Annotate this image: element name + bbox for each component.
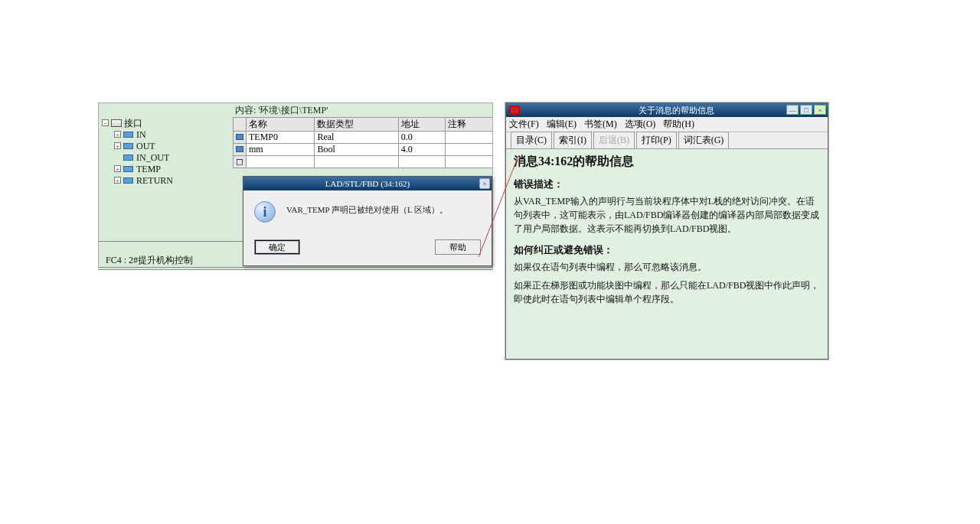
- table-row[interactable]: TEMP0 Real 0.0: [234, 132, 493, 144]
- section-icon: [123, 131, 134, 138]
- table-row-empty[interactable]: ◻: [234, 156, 493, 168]
- col-addr[interactable]: 地址: [398, 118, 446, 132]
- help-sec2-body-b: 如果正在梯形图或功能块图中编程，那么只能在LAD/FBD视图中作此声明，即使此时…: [514, 278, 820, 306]
- dialog-titlebar[interactable]: LAD/STL/FBD (34:162) ×: [243, 177, 492, 190]
- tree-root[interactable]: - 接口: [99, 117, 233, 129]
- tree-item-return[interactable]: + RETURN: [99, 174, 233, 186]
- help-sec1-body: 从VAR_TEMP输入的声明行与当前块程序体中对L栈的绝对访问冲突。在语句列表中…: [514, 194, 820, 236]
- close-button[interactable]: ×: [479, 178, 490, 189]
- fc-block-label: FC4 : 2#提升机构控制: [106, 254, 193, 267]
- cell-addr[interactable]: 4.0: [398, 144, 446, 156]
- tree-root-label: 接口: [124, 117, 142, 129]
- dialog-message: VAR_TEMP 声明已被绝对使用（L 区域）。: [286, 201, 448, 216]
- tab-back: 后退(B): [593, 132, 635, 148]
- expand-icon[interactable]: +: [114, 165, 121, 172]
- content-path-label: 内容: '环境\接口\TEMP': [232, 103, 331, 117]
- help-app-icon: [509, 106, 520, 115]
- tab-index[interactable]: 索引(I): [554, 132, 592, 148]
- help-button[interactable]: 帮助: [435, 239, 481, 255]
- divider: [98, 267, 493, 270]
- section-icon: [123, 142, 134, 150]
- help-sec2-title: 如何纠正或避免错误：: [514, 243, 820, 257]
- row-icon: [236, 146, 243, 152]
- cell-name[interactable]: mm: [247, 144, 315, 156]
- section-icon: [123, 165, 134, 173]
- row-header-blank: [234, 118, 247, 132]
- menu-edit[interactable]: 编辑(E): [547, 118, 577, 131]
- tab-print[interactable]: 打印(P): [636, 132, 677, 148]
- interface-tree[interactable]: - 接口 + IN + OUT IN_OUT + TEMP + RETURN: [99, 117, 233, 255]
- dialog-title-text: LAD/STL/FBD (34:162): [325, 179, 410, 188]
- message-dialog: LAD/STL/FBD (34:162) × i VAR_TEMP 声明已被绝对…: [243, 176, 492, 266]
- help-sec2-body-a: 如果仅在语句列表中编程，那么可忽略该消息。: [514, 260, 820, 274]
- help-titlebar[interactable]: 关于消息的帮助信息 — □ ×: [506, 103, 828, 117]
- variable-table[interactable]: 名称 数据类型 地址 注释 TEMP0 Real 0.0 mm Bool 4.0…: [233, 117, 493, 173]
- tree-item-temp[interactable]: + TEMP: [99, 163, 233, 174]
- minimize-button[interactable]: —: [786, 105, 799, 115]
- tree-item-inout[interactable]: IN_OUT: [99, 151, 233, 163]
- section-icon: [123, 177, 134, 184]
- menu-help[interactable]: 帮助(H): [663, 118, 694, 131]
- ok-button[interactable]: 确定: [254, 239, 300, 255]
- close-icon: ×: [482, 180, 486, 187]
- expand-icon[interactable]: +: [114, 177, 121, 184]
- help-menubar[interactable]: 文件(F) 编辑(E) 书签(M) 选项(O) 帮助(H): [506, 117, 828, 132]
- table-row[interactable]: mm Bool 4.0: [234, 144, 493, 156]
- help-sec1-title: 错误描述：: [514, 177, 820, 191]
- row-icon: [236, 134, 243, 140]
- menu-options[interactable]: 选项(O): [625, 118, 656, 131]
- col-dtype[interactable]: 数据类型: [315, 118, 398, 132]
- section-icon: [123, 154, 134, 161]
- tab-contents[interactable]: 目录(C): [511, 132, 552, 148]
- menu-bookmark[interactable]: 书签(M): [584, 118, 617, 131]
- help-title-text: 关于消息的帮助信息: [524, 105, 828, 116]
- tree-item-out[interactable]: + OUT: [99, 140, 233, 151]
- cell-comment[interactable]: [446, 144, 493, 156]
- collapse-icon[interactable]: -: [102, 119, 109, 126]
- cell-comment[interactable]: [446, 132, 493, 144]
- interface-icon: [111, 119, 122, 127]
- expand-icon[interactable]: +: [114, 131, 121, 138]
- tree-item-in[interactable]: + IN: [99, 129, 233, 140]
- menu-file[interactable]: 文件(F): [509, 118, 539, 131]
- info-icon: i: [254, 201, 276, 223]
- tab-glossary[interactable]: 词汇表(G): [678, 132, 730, 148]
- help-body[interactable]: 消息34:162的帮助信息 错误描述： 从VAR_TEMP输入的声明行与当前块程…: [506, 149, 828, 359]
- col-name[interactable]: 名称: [247, 118, 315, 132]
- col-comment[interactable]: 注释: [446, 118, 493, 132]
- help-window: 关于消息的帮助信息 — □ × 文件(F) 编辑(E) 书签(M) 选项(O) …: [505, 103, 828, 360]
- cell-addr[interactable]: 0.0: [398, 132, 446, 144]
- maximize-button[interactable]: □: [800, 105, 812, 115]
- svg-rect-1: [511, 107, 518, 113]
- help-tabbar[interactable]: 目录(C) 索引(I) 后退(B) 打印(P) 词汇表(G): [506, 132, 828, 149]
- cell-name[interactable]: TEMP0: [247, 132, 315, 144]
- help-heading: 消息34:162的帮助信息: [514, 154, 820, 170]
- cell-dtype[interactable]: Bool: [315, 144, 398, 156]
- cell-dtype[interactable]: Real: [315, 132, 398, 144]
- expand-icon[interactable]: +: [114, 142, 121, 149]
- close-button[interactable]: ×: [814, 105, 826, 115]
